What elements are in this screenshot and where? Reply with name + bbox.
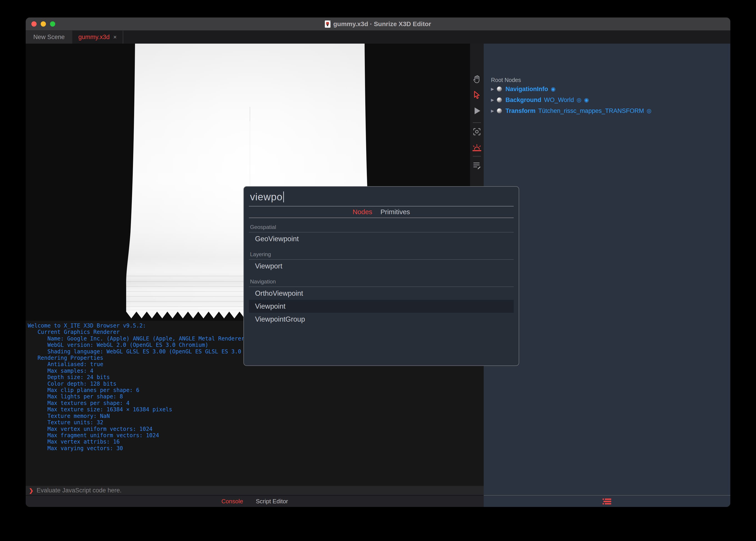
search-result-item[interactable]: Viewpoint [249, 300, 514, 313]
dialog-divider [249, 206, 514, 207]
close-window-button[interactable] [31, 21, 37, 27]
section-label: Geospatial [250, 224, 514, 230]
prompt-chevron-icon: ❯ [29, 487, 33, 494]
screen: gummy.x3d · Sunrize X3D Editor New Scene… [0, 0, 756, 541]
tabbar: New Scene gummy.x3d × [26, 31, 730, 44]
console-line: Max textures per shape: 4 [28, 400, 271, 406]
section-label: Layering [250, 251, 514, 258]
toolbar-divider [473, 122, 481, 123]
app-window: gummy.x3d · Sunrize X3D Editor New Scene… [26, 17, 730, 507]
section-label: Navigation [250, 278, 514, 285]
window-title: gummy.x3d · Sunrize X3D Editor [333, 20, 431, 28]
select-tool-icon[interactable] [470, 89, 484, 101]
outline-node-row[interactable]: ▶BackgroundWO_World◎◉ [484, 95, 730, 105]
expand-chevron-icon[interactable]: ▶ [491, 109, 497, 113]
node-type-label: Transform [506, 107, 536, 115]
console-tabbar: Console Script Editor [26, 496, 484, 507]
toolbar-divider [473, 156, 481, 157]
tab-script-editor[interactable]: Script Editor [256, 498, 288, 505]
console-line: Name: Google Inc. (Apple) ANGLE (Apple, … [28, 335, 271, 342]
console-line: Max lights per shape: 8 [28, 393, 271, 400]
tab-gummy-x3d[interactable]: gummy.x3d × [72, 31, 123, 44]
console-line: Antialiased: true [28, 361, 271, 367]
console-line: Max samples: 4 [28, 368, 271, 374]
console-line: Texture units: 32 [28, 419, 271, 426]
tab-label: New Scene [33, 34, 65, 41]
outline-node-row[interactable]: ▶TransformTütchen_rissc_mappes_TRANSFORM… [484, 105, 730, 116]
search-query-text: viewpo [250, 191, 283, 203]
dialog-tabs: Nodes Primitives [244, 207, 519, 217]
console-line: Texture memory: NaN [28, 413, 271, 419]
search-result-item[interactable]: Viewport [249, 260, 514, 272]
console-line: Shading language: WebGL GLSL ES 3.00 (Op… [28, 348, 271, 355]
text-caret [283, 192, 284, 202]
search-result-item[interactable]: GeoViewpoint [249, 232, 514, 245]
console-line: Rendering Properties [28, 355, 271, 361]
console-line: Max varying vectors: 30 [28, 445, 271, 451]
frame-view-icon[interactable] [470, 125, 484, 138]
node-search-dialog: viewpo Nodes Primitives GeospatialGeoVie… [243, 186, 519, 366]
console-line: Max vertex uniform vectors: 1024 [28, 426, 271, 432]
play-icon[interactable] [470, 105, 484, 117]
node-name-label: Tütchen_rissc_mappes_TRANSFORM [538, 107, 644, 115]
tab-console[interactable]: Console [221, 498, 243, 505]
console-input-placeholder: Evaluate JavaScript code here. [37, 487, 122, 494]
console-line: Max texture size: 16384 × 16384 pixels [28, 406, 271, 413]
node-list-icon[interactable] [603, 498, 612, 505]
zoom-window-button[interactable] [50, 21, 55, 27]
outline-header: Root Nodes [491, 77, 521, 83]
tab-label: gummy.x3d [78, 34, 110, 41]
expand-chevron-icon[interactable]: ▶ [491, 87, 497, 91]
outline-panel: Root Nodes ▶NavigationInfo◉▶BackgroundWO… [484, 44, 730, 507]
visibility-icon[interactable]: ◎ [577, 97, 581, 103]
node-name-label: WO_World [544, 97, 574, 104]
outline-bottombar [484, 495, 730, 507]
console-line: Max clip planes per shape: 6 [28, 387, 271, 393]
node-tree: ▶NavigationInfo◉▶BackgroundWO_World◎◉▶Tr… [484, 84, 730, 116]
tab-primitives[interactable]: Primitives [381, 208, 410, 216]
search-results-list: GeospatialGeoViewpointLayeringViewportNa… [244, 218, 519, 326]
node-type-label: NavigationInfo [506, 86, 548, 93]
bind-icon[interactable]: ◉ [584, 97, 589, 103]
console-line: Max vertex attribs: 16 [28, 439, 271, 445]
node-sphere-icon [497, 108, 502, 113]
node-type-label: Background [506, 97, 541, 104]
search-result-item[interactable]: ViewpointGroup [249, 313, 514, 326]
tab-nodes[interactable]: Nodes [353, 208, 372, 216]
console-line: Depth size: 24 bits [28, 374, 271, 380]
node-sphere-icon [497, 87, 502, 92]
titlebar: gummy.x3d · Sunrize X3D Editor [26, 17, 730, 31]
hand-tool-icon[interactable] [470, 73, 484, 86]
close-tab-icon[interactable]: × [113, 34, 117, 41]
console-line: Welcome to X_ITE X3D Browser v9.5.2: [28, 322, 271, 329]
minimize-window-button[interactable] [41, 21, 46, 27]
console-input[interactable]: ❯ Evaluate JavaScript code here. [26, 486, 484, 496]
console-line: Color depth: 128 bits [28, 381, 271, 387]
console-line: Current Graphics Renderer [28, 329, 271, 335]
tab-new-scene[interactable]: New Scene [26, 31, 72, 44]
search-result-item[interactable]: OrthoViewpoint [249, 287, 514, 300]
sunrise-light-icon[interactable] [470, 141, 484, 154]
visibility-icon[interactable]: ◎ [647, 108, 651, 114]
expand-chevron-icon[interactable]: ▶ [491, 98, 497, 102]
document-icon [325, 20, 330, 28]
script-editor-icon[interactable] [470, 159, 484, 172]
console-line: WebGL version: WebGL 2.0 (OpenGL ES 3.0 … [28, 342, 271, 348]
bind-icon[interactable]: ◉ [551, 86, 556, 92]
node-sphere-icon [497, 97, 502, 102]
console-line: Max fragment uniform vectors: 1024 [28, 432, 271, 439]
outline-node-row[interactable]: ▶NavigationInfo◉ [484, 84, 730, 95]
node-search-input[interactable]: viewpo [250, 191, 284, 203]
